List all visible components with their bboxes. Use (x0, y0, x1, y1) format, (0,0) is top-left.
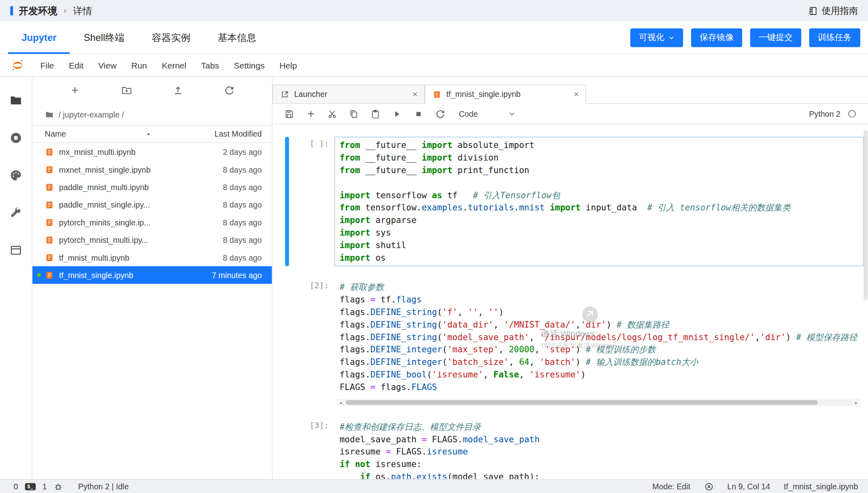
code-line: from tensorflow.examples.tutorials.mnist… (339, 201, 863, 214)
save-button[interactable] (278, 106, 300, 122)
new-folder-button[interactable] (118, 82, 135, 99)
menu-run[interactable]: Run (124, 60, 155, 70)
save-image-button[interactable]: 保存镜像 (691, 28, 742, 47)
tab-label: 容器实例 (152, 31, 190, 44)
file-row[interactable]: mxnet_mnist_single.ipynb8 days ago (32, 161, 272, 178)
tab-basic-info[interactable]: 基本信息 (204, 21, 270, 54)
back-to-top-button[interactable] (582, 306, 599, 323)
vertical-scrollbar-thumb[interactable] (864, 130, 868, 300)
notebook-cell[interactable]: [ ]:from __future__ import absolute_impo… (273, 137, 868, 266)
sort-caret-icon (146, 131, 152, 137)
watermark-line1: 激活 Windows (541, 329, 623, 340)
code-line: import shutil (339, 239, 863, 251)
menu-kernel[interactable]: Kernel (155, 60, 194, 70)
code-line: flags = tf.flags (339, 294, 863, 306)
chevron-down-icon (668, 34, 675, 41)
stop-kernel-button[interactable] (408, 106, 429, 122)
menu-view[interactable]: View (91, 60, 124, 70)
file-row[interactable]: pytorch_minits_single.ip...8 days ago (32, 213, 272, 231)
menu-settings[interactable]: Settings (226, 60, 272, 70)
new-launcher-button[interactable] (67, 82, 84, 99)
file-modified: 8 days ago (223, 218, 262, 227)
usage-guide-link[interactable]: 使用指南 (808, 5, 858, 17)
file-row[interactable]: mx_mnist_multi.ipynb2 days ago (32, 143, 272, 161)
notebook-content[interactable]: [ ]:from __future__ import absolute_impo… (273, 124, 868, 479)
stop-icon (414, 109, 423, 118)
scrollbar-track[interactable] (345, 399, 853, 406)
run-cell-button[interactable] (386, 106, 408, 122)
scrollbar-thumb[interactable] (346, 400, 818, 405)
file-breadcrumb[interactable]: / jupyter-example / (32, 104, 272, 125)
left-sidebar-rail (0, 77, 32, 479)
notebook-file-icon (45, 235, 54, 244)
scroll-right-arrow-icon[interactable]: ► (852, 401, 860, 405)
tab-notebook[interactable]: tf_mnist_single.ipynb (425, 85, 586, 104)
notebook-cell[interactable]: [3]:#检查和创建保存日志、模型文件目录model_save_path = F… (273, 418, 868, 479)
stop-circle-icon[interactable] (9, 131, 23, 145)
tabs-icon[interactable] (9, 244, 23, 257)
paste-cell-button[interactable] (365, 106, 386, 122)
new-folder-icon (121, 85, 132, 96)
document-tab-bar: Launcher tf_mnist_single.ipynb (273, 77, 868, 104)
tab-jupyter[interactable]: Jupyter (8, 21, 70, 54)
environment-tab-strip: Jupyter Shell终端 容器实例 基本信息 可视化 保存镜像 一键提交 … (0, 21, 868, 54)
notebook-file-icon (45, 253, 54, 262)
column-header-modified[interactable]: Last Modified (215, 129, 262, 138)
notebook-file-icon (45, 218, 54, 227)
menu-help[interactable]: Help (272, 60, 305, 70)
tab-shell-terminal[interactable]: Shell终端 (70, 21, 138, 54)
cell-editor[interactable]: from __future__ import absolute_importfr… (335, 137, 864, 266)
breadcrumb-section[interactable]: 开发环境 (19, 4, 57, 17)
training-task-button[interactable]: 训练任务 (809, 28, 860, 47)
wrench-icon[interactable] (9, 206, 23, 220)
cell-collapser[interactable] (285, 137, 289, 266)
menu-file[interactable]: File (33, 60, 61, 70)
file-modified: 8 days ago (223, 200, 262, 209)
one-click-submit-button[interactable]: 一键提交 (750, 28, 801, 47)
cell-collapser[interactable] (285, 418, 289, 479)
code-line: from __future__ import absolute_import (339, 139, 863, 152)
usage-guide-label: 使用指南 (822, 5, 858, 17)
code-line: FLAGS = flags.FLAGS (339, 381, 863, 393)
file-row[interactable]: paddle_mnist_single.ipy...8 days ago (32, 196, 272, 213)
file-name: tf_mnist_single.ipynb (59, 270, 207, 279)
tab-label: Jupyter (21, 32, 56, 43)
tab-container-instance[interactable]: 容器实例 (138, 21, 204, 54)
code-line: if os.path.exists(model_save_path): (339, 471, 863, 479)
kernel-name[interactable]: Python 2 (809, 109, 840, 118)
refresh-button[interactable] (221, 82, 238, 99)
cell-collapser[interactable] (285, 279, 289, 406)
launcher-icon (281, 90, 289, 99)
visualize-button[interactable]: 可视化 (630, 28, 683, 47)
file-row[interactable]: pytorch_mnist_multi.ipy...8 days ago (32, 231, 272, 249)
cursor-position[interactable]: Ln 9, Col 14 (727, 482, 770, 491)
menu-tabs[interactable]: Tabs (194, 60, 227, 70)
file-row[interactable]: tf_mnist_multi.ipynb8 days ago (32, 249, 272, 266)
upload-button[interactable] (170, 82, 187, 99)
restart-kernel-button[interactable] (429, 106, 451, 122)
menu-edit[interactable]: Edit (61, 60, 91, 70)
file-row[interactable]: paddle_mnist_multi.ipynb8 days ago (32, 178, 272, 196)
close-icon[interactable] (573, 91, 580, 98)
copy-cell-button[interactable] (343, 106, 365, 122)
cell-editor[interactable]: #检查和创建保存日志、模型文件目录model_save_path = FLAGS… (335, 418, 864, 479)
folder-icon[interactable] (9, 94, 23, 107)
cell-type-select[interactable]: Code (459, 109, 516, 118)
cell-editor-wrap: from __future__ import absolute_importfr… (335, 137, 864, 266)
kernel-status-icon[interactable] (847, 109, 857, 119)
palette-icon[interactable] (9, 169, 23, 182)
cut-cell-button[interactable] (321, 106, 343, 122)
notifications-icon[interactable] (704, 482, 714, 491)
copy-icon (349, 109, 359, 119)
scroll-left-arrow-icon[interactable]: ◄ (337, 401, 345, 405)
cell-type-value: Code (459, 109, 478, 118)
kernel-status[interactable]: Python 2 | Idle (78, 482, 129, 491)
add-cell-button[interactable] (300, 106, 321, 122)
horizontal-scrollbar[interactable]: ◄► (337, 399, 860, 406)
file-browser-toolbar (32, 77, 272, 104)
column-header-name[interactable]: Name (45, 129, 66, 138)
tab-launcher[interactable]: Launcher (273, 85, 425, 103)
tab-label: Launcher (294, 90, 407, 99)
file-row[interactable]: tf_mnist_single.ipynb7 minutes ago (32, 266, 272, 284)
close-icon[interactable] (412, 91, 419, 98)
